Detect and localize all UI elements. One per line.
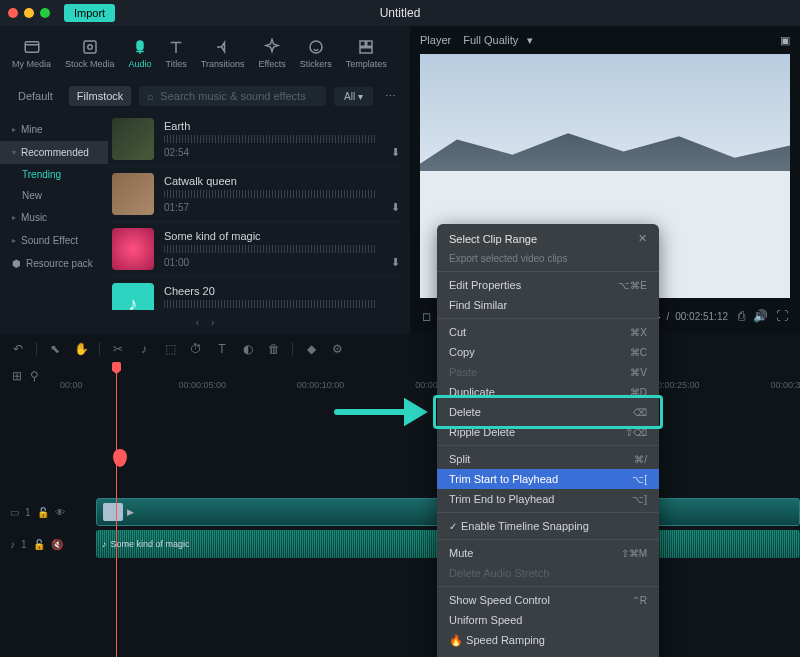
ctx-speed-control[interactable]: Show Speed Control⌃R	[437, 590, 659, 610]
ctx-uniform-speed[interactable]: Uniform Speed	[437, 610, 659, 630]
tab-audio[interactable]: Audio	[123, 34, 158, 73]
fullscreen-icon[interactable]: ⛶	[776, 309, 788, 323]
track-thumb	[112, 118, 154, 160]
stop-icon[interactable]: ◻	[422, 310, 431, 323]
ctx-mute[interactable]: Mute⇧⌘M	[437, 543, 659, 563]
crop-icon[interactable]: ⬚	[162, 341, 178, 357]
annotation-arrow	[332, 398, 432, 428]
track-row[interactable]: Catwalk queen01:57⬇	[108, 167, 404, 222]
sidebar-sub-trending[interactable]: Trending	[0, 164, 108, 185]
ctx-delete-stretch: Delete Audio Stretch	[437, 563, 659, 583]
titlebar: Import Untitled	[0, 0, 800, 26]
download-icon[interactable]: ⬇	[391, 146, 400, 159]
track-thumb	[112, 173, 154, 215]
track-row[interactable]: Earth02:54⬇	[108, 112, 404, 167]
tab-templates[interactable]: Templates	[340, 34, 393, 73]
ctx-freeze-frame[interactable]: Add Freeze Frame	[437, 651, 659, 657]
ctx-cut[interactable]: Cut⌘X	[437, 322, 659, 342]
adjust-icon[interactable]: ⚙	[329, 341, 345, 357]
search-input[interactable]: ⌕ Search music & sound effects	[139, 86, 326, 106]
ctx-export-selected[interactable]: Export selected video clips	[437, 249, 659, 268]
music-tool-icon[interactable]: ♪	[136, 341, 152, 357]
tab-stickers[interactable]: Stickers	[294, 34, 338, 73]
marker-icon[interactable]: ◆	[303, 341, 319, 357]
prev-page[interactable]: ‹	[196, 317, 199, 328]
sidebar-item-resource[interactable]: ⬢Resource pack	[0, 252, 108, 275]
cut-icon[interactable]: ✂	[110, 341, 126, 357]
ctx-trim-start[interactable]: Trim Start to Playhead⌥[	[437, 469, 659, 489]
undo-icon[interactable]: ↶	[10, 341, 26, 357]
sidebar-item-recommended[interactable]: ▾Recommended	[0, 141, 108, 164]
close-window[interactable]	[8, 8, 18, 18]
ctx-ripple-delete[interactable]: Ripple Delete⇧⌫	[437, 422, 659, 442]
ctx-paste: Paste⌘V	[437, 362, 659, 382]
ctx-copy[interactable]: Copy⌘C	[437, 342, 659, 362]
package-icon: ⬢	[12, 258, 21, 269]
speed-icon[interactable]: ⏱	[188, 341, 204, 357]
filter-all[interactable]: All ▾	[334, 87, 373, 106]
download-icon[interactable]: ⬇	[391, 256, 400, 269]
maximize-window[interactable]	[40, 8, 50, 18]
hand-icon[interactable]: ✋	[73, 341, 89, 357]
snapshot-icon[interactable]: ▣	[780, 34, 790, 47]
color-icon[interactable]: ◐	[240, 341, 256, 357]
ctx-trim-end[interactable]: Trim End to Playhead⌥]	[437, 489, 659, 509]
track-toggle-icon[interactable]: ⊞	[12, 369, 22, 383]
audio-track-list[interactable]: Earth02:54⬇ Catwalk queen01:57⬇ Some kin…	[108, 112, 410, 310]
ctx-split[interactable]: Split⌘/	[437, 449, 659, 469]
subtab-filmstock[interactable]: Filmstock	[69, 86, 131, 106]
track-row[interactable]: Some kind of magic01:00⬇	[108, 222, 404, 277]
music-icon: ♪	[102, 539, 107, 549]
tab-titles[interactable]: Titles	[160, 34, 193, 73]
track-duration: 01:00	[164, 257, 189, 268]
preview-header: Player Full Quality ▾ ▣	[410, 26, 800, 54]
import-button[interactable]: Import	[64, 4, 115, 22]
sidebar-item-sound-effect[interactable]: ▸Sound Effect	[0, 229, 108, 252]
ctx-snapping[interactable]: ✓Enable Timeline Snapping	[437, 516, 659, 536]
more-icon[interactable]: ⋯	[381, 86, 400, 107]
timeline-ruler[interactable]: ⊞⚲ 00:00 00:00:05:00 00:00:10:00 00:00:1…	[0, 364, 800, 388]
playhead[interactable]	[116, 364, 117, 657]
lock-icon[interactable]: 🔓	[37, 507, 49, 518]
quality-dropdown[interactable]: Full Quality ▾	[463, 34, 533, 47]
media-panel: My Media Stock Media Audio Titles Transi…	[0, 26, 410, 334]
svg-rect-4	[360, 41, 365, 46]
window-controls	[8, 8, 50, 18]
ctx-delete[interactable]: Delete⌫	[437, 402, 659, 422]
search-placeholder: Search music & sound effects	[160, 90, 305, 102]
sidebar-item-music[interactable]: ▸Music	[0, 206, 108, 229]
link-icon[interactable]: ⚲	[30, 369, 39, 383]
tab-my-media[interactable]: My Media	[6, 34, 57, 73]
time-total: 00:02:51:12	[675, 311, 728, 322]
svg-point-2	[88, 44, 93, 49]
subtab-default[interactable]: Default	[10, 86, 61, 106]
ctx-find-similar[interactable]: Find Similar	[437, 295, 659, 315]
track-thumb: ♪	[112, 283, 154, 310]
ctx-edit-properties[interactable]: Edit Properties⌥⌘E	[437, 275, 659, 295]
track-duration: 02:54	[164, 147, 189, 158]
svg-point-3	[310, 41, 322, 53]
delete-icon[interactable]: 🗑	[266, 341, 282, 357]
waveform-icon	[164, 135, 376, 143]
track-thumb	[112, 228, 154, 270]
text-icon[interactable]: T	[214, 341, 230, 357]
main-toolbar: My Media Stock Media Audio Titles Transi…	[0, 26, 410, 80]
tab-effects[interactable]: Effects	[252, 34, 291, 73]
tab-stock-media[interactable]: Stock Media	[59, 34, 121, 73]
sidebar-sub-new[interactable]: New	[0, 185, 108, 206]
tab-transitions[interactable]: Transitions	[195, 34, 251, 73]
download-icon[interactable]: ⬇	[391, 201, 400, 214]
next-page[interactable]: ›	[211, 317, 214, 328]
ctx-speed-ramping[interactable]: 🔥 Speed Ramping	[437, 630, 659, 651]
volume-icon[interactable]: 🔊	[753, 309, 768, 323]
pointer-icon[interactable]: ⬉	[47, 341, 63, 357]
close-icon[interactable]: ✕	[638, 232, 647, 245]
ctx-duplicate[interactable]: Duplicate⌘D	[437, 382, 659, 402]
track-row[interactable]: ♪ Cheers 2000:24⬇	[108, 277, 404, 310]
lock-icon[interactable]: 🔓	[33, 539, 45, 550]
context-menu: Select Clip Range✕ Export selected video…	[437, 224, 659, 657]
sidebar-item-mine[interactable]: ▸Mine	[0, 118, 108, 141]
search-icon: ⌕	[147, 90, 154, 102]
minimize-window[interactable]	[24, 8, 34, 18]
camera-icon[interactable]: ⎙	[738, 309, 745, 323]
